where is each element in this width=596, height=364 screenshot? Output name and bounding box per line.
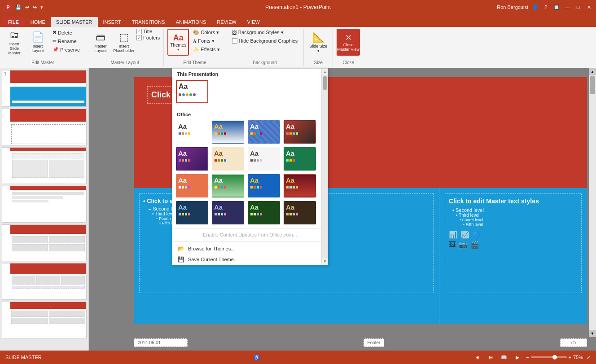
dropdown-divider-3 <box>172 241 328 241</box>
theme-office-1[interactable]: Aa <box>176 120 208 144</box>
close-btn[interactable]: ✕ <box>585 4 592 11</box>
ribbon-collapse-btn[interactable]: 🔲 <box>553 4 560 11</box>
dropdown-scroll-thumb[interactable] <box>323 76 327 90</box>
zoom-in-btn[interactable]: + <box>569 355 571 360</box>
user-avatar[interactable]: 👤 <box>532 4 539 10</box>
app-icon: P <box>4 3 13 12</box>
tab-animations[interactable]: ANIMATIONS <box>171 17 212 27</box>
insert-slide-master-btn[interactable]: 🗂 Insert Slide Master <box>4 29 25 56</box>
theme-office-9[interactable]: Aa <box>176 174 208 197</box>
theme-office-10[interactable]: Aa <box>212 174 244 197</box>
zoom-thumb[interactable] <box>552 355 557 360</box>
minimize-btn[interactable]: — <box>564 4 571 11</box>
theme-office-14[interactable]: Aa <box>212 201 244 224</box>
tab-file[interactable]: FILE <box>2 17 25 27</box>
scroll-up-btn[interactable]: ▲ <box>589 68 596 75</box>
slide-thumb-3[interactable] <box>2 147 87 184</box>
fonts-btn[interactable]: 𝐀 Fonts ▾ <box>191 37 222 45</box>
theme-office-13[interactable]: Aa <box>176 201 208 224</box>
scroll-down-btn[interactable]: ▼ <box>589 330 596 337</box>
tab-view[interactable]: VIEW <box>242 17 265 27</box>
group-close: ✕ Close Master View Close <box>333 29 364 66</box>
scroll-track[interactable] <box>589 75 596 330</box>
title-checkbox[interactable]: ✓ <box>136 29 142 34</box>
t6c3 <box>221 159 223 162</box>
master-layout-btn[interactable]: 🗃 Master Layout <box>90 29 111 56</box>
scroll-thumb[interactable] <box>590 76 595 94</box>
t14c4 <box>224 213 226 215</box>
slide-thumb-6[interactable] <box>2 263 87 300</box>
effects-btn[interactable]: ✨ Effects ▾ <box>191 46 222 53</box>
t12c3 <box>293 186 295 189</box>
dropdown-scroll-down-btn[interactable]: ▼ <box>322 258 328 265</box>
tab-insert[interactable]: INSERT <box>98 17 127 27</box>
tab-home[interactable]: HOME <box>25 17 51 27</box>
customize-quick-btn[interactable]: ▾ <box>39 4 44 11</box>
close-master-view-btn[interactable]: ✕ Close Master View <box>337 29 360 56</box>
colors-btn[interactable]: 🎨 Colors ▾ <box>191 29 222 36</box>
slide-size-btn[interactable]: 📐 Slide Size ▾ <box>307 29 329 56</box>
theme-office-5[interactable]: Aa <box>176 147 208 171</box>
theme-office-6[interactable]: Aa <box>212 147 244 171</box>
t16c4 <box>296 213 298 215</box>
background-styles-btn[interactable]: 🖼 Background Styles ▾ <box>230 29 300 36</box>
footer-text-box[interactable]: Footer <box>364 338 385 347</box>
save-theme-link[interactable]: 💾 Save Current Theme... <box>172 254 328 265</box>
theme-office-8[interactable]: Aa <box>284 147 316 171</box>
fit-slide-btn[interactable]: ⤢ <box>587 355 591 360</box>
dropdown-scroll-up-btn[interactable]: ▲ <box>322 69 328 75</box>
theme-office-4[interactable]: Aa <box>284 120 316 144</box>
theme-office-11[interactable]: Aa <box>248 174 280 197</box>
themes-btn[interactable]: Aa Themes ▾ <box>167 29 189 56</box>
redo-btn[interactable]: ↪ <box>32 4 38 11</box>
preserve-btn[interactable]: 📌 Preserve <box>50 46 82 53</box>
t15c1 <box>250 213 253 215</box>
office-themes-grid-4: Aa Aa Aa <box>172 199 328 226</box>
slide-num-2 <box>2 109 10 145</box>
zoom-slider[interactable] <box>531 356 567 358</box>
footers-check[interactable]: ✓Footers <box>136 35 160 40</box>
t5c3 <box>185 159 187 162</box>
slide-thumb-1[interactable]: 1 <box>2 70 87 107</box>
rename-btn[interactable]: ✏ Rename <box>50 37 82 45</box>
page-number-box[interactable]: ‹#› <box>560 338 587 347</box>
insert-layout-btn[interactable]: 📄 Insert Layout <box>27 29 48 56</box>
insert-placeholder-btn[interactable]: ⬚ Insert Placeholder <box>113 29 135 56</box>
theme-office-2[interactable]: Aa <box>212 120 244 144</box>
undo-btn[interactable]: ↩ <box>24 4 30 11</box>
slide-sorter-btn[interactable]: ⊟ <box>486 352 495 362</box>
footers-checkbox[interactable]: ✓ <box>136 35 142 40</box>
slide-thumb-5[interactable] <box>2 224 87 261</box>
slide-thumb-2[interactable] <box>2 109 87 145</box>
theme-6-colors <box>213 158 243 162</box>
hide-bg-btn[interactable]: Hide Background Graphics <box>230 37 300 44</box>
save-quick-btn[interactable]: 💾 <box>14 4 22 11</box>
theme-office-3[interactable]: Aa <box>248 120 280 144</box>
theme-13-aa: Aa <box>177 202 207 212</box>
slideshow-btn[interactable]: ▶ <box>513 352 522 362</box>
browse-themes-link[interactable]: 📂 Browse for Themes... <box>172 243 328 254</box>
title-check[interactable]: ✓Title <box>136 29 160 34</box>
reading-view-btn[interactable]: 📖 <box>499 352 509 362</box>
zoom-out-btn[interactable]: − <box>526 355 529 360</box>
theme-office-12[interactable]: Aa <box>284 174 316 197</box>
normal-view-btn[interactable]: ⊞ <box>472 352 482 362</box>
date-footer-box[interactable]: 2014-06-01 <box>134 338 188 347</box>
restore-btn[interactable]: □ <box>574 4 582 11</box>
canvas-vscrollbar[interactable]: ▲ ▼ <box>589 68 596 337</box>
master-text-right[interactable]: Click to edit Master text styles • Secon… <box>445 193 582 293</box>
theme-2-colors <box>213 132 243 136</box>
tab-slide-master[interactable]: SLIDE MASTER <box>51 17 98 27</box>
theme-8-aa: Aa <box>285 148 315 158</box>
hide-bg-checkbox[interactable] <box>232 38 237 44</box>
theme-office-15[interactable]: Aa <box>248 201 280 224</box>
slide-thumb-7[interactable] <box>2 302 87 338</box>
tab-transitions[interactable]: TRANSITIONS <box>127 17 171 27</box>
theme-current[interactable]: Aa <box>176 80 208 103</box>
tab-review[interactable]: REVIEW <box>211 17 241 27</box>
theme-office-16[interactable]: Aa <box>284 201 316 224</box>
help-btn[interactable]: ? <box>542 4 549 11</box>
slide-thumb-4[interactable] <box>2 186 87 223</box>
delete-btn[interactable]: ✖ Delete <box>50 29 82 36</box>
theme-office-7[interactable]: Aa <box>248 147 280 171</box>
